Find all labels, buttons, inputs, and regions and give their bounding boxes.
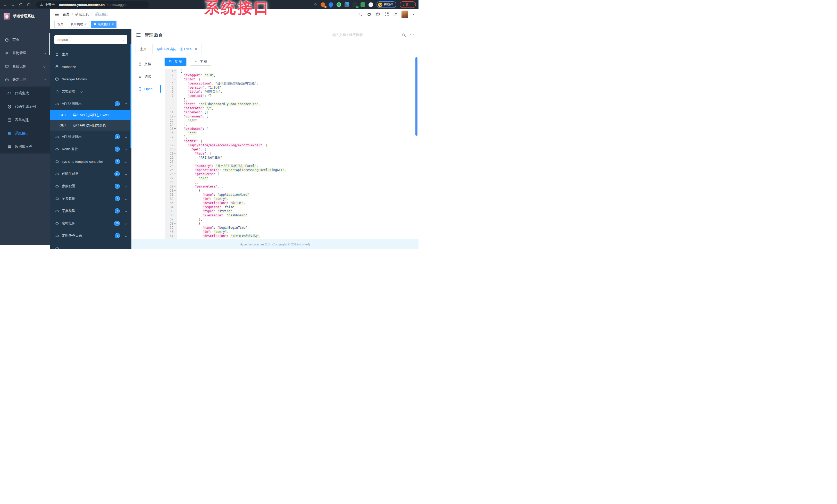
rail-item-debug[interactable]: 调试 [131,70,161,83]
close-tab-icon[interactable]: × [85,22,87,26]
extension-icon-orange[interactable]: 1 [321,2,325,7]
search-icon[interactable] [358,12,362,17]
swagger-menu-redis-monitor[interactable]: Redis 监控2 [50,143,131,155]
swagger-menu-api-error-log[interactable]: API 错误日志3 [50,131,131,143]
swagger-menu-label: 参数配置 [62,184,75,188]
fold-arrow-icon[interactable] [174,79,176,80]
fold-toggle[interactable] [174,128,176,129]
sidebar-item-system-management[interactable]: 系统管理 [0,46,50,60]
reload-icon[interactable] [19,2,23,7]
font-size-icon[interactable]: тT [393,12,397,17]
extension-icon-green-ring[interactable] [337,2,341,7]
rail-item-open[interactable]: Open [131,83,161,95]
fold-arrow-icon[interactable] [174,223,176,224]
swagger-menu-dict-data[interactable]: 字典数据7 [50,192,131,205]
swagger-menu-home[interactable]: 主页 [50,48,131,60]
fold-arrow-icon[interactable] [174,116,176,117]
swagger-menu-scheduled-task-log[interactable]: 定时任务日志4 [50,229,131,242]
browser-menu-icon[interactable]: ⋮ [410,3,413,7]
home-icon[interactable] [26,2,31,7]
swagger-menu-api-access-log[interactable]: API 访问日志2 [50,98,131,110]
fold-toggle[interactable] [174,145,176,146]
fold-arrow-icon[interactable] [174,128,176,129]
address-bar[interactable]: ⚠ 不安全 dashboard.yudao.iocoder.cn/tool/sw… [36,1,149,8]
extension-icon-leaf[interactable] [360,2,365,7]
fold-toggle[interactable] [174,153,176,154]
download-button[interactable]: 下 载 [190,58,212,66]
copy-button[interactable]: 复 制 [165,58,186,66]
api-operation-get-api-access-log-page[interactable]: GET获得API 访问日志分页 [50,120,131,131]
menu-fold-icon[interactable] [136,33,141,37]
extension-icon-paw[interactable] [369,2,373,7]
close-doc-tab-icon[interactable]: ✕ [195,47,197,51]
fold-toggle[interactable] [174,173,176,174]
swagger-menu-scheduled-task[interactable]: 定时任务10 [50,217,131,229]
extension-icon-drop[interactable] [327,1,334,8]
sidebar-subitem-code-generation-example[interactable]: 代码生成示例 [0,100,50,113]
fold-arrow-icon[interactable] [174,141,176,142]
help-icon[interactable] [376,12,380,17]
avatar-caret-icon[interactable] [412,14,414,15]
swagger-menu-code-generator[interactable]: 代码生成器11 [50,168,131,180]
fold-toggle[interactable] [174,186,176,187]
sidebar-item-home[interactable]: 首页 [0,33,50,46]
rail-item-document[interactable]: 文档 [131,58,161,70]
app-tab-home[interactable]: 首页 [54,21,66,28]
swagger-menu-authorize[interactable]: Authorize [50,60,131,73]
page-scrollbar[interactable] [415,57,417,136]
api-operation-export-api-access-log-excel[interactable]: GET导出API 访问日志 Excel [50,110,131,120]
fold-toggle[interactable] [174,71,176,72]
swagger-menu-partial-bottom-item[interactable] [50,242,131,249]
sidebar-item-dev-tools[interactable]: 研发工具 [0,73,50,87]
fold-arrow-icon[interactable] [174,190,176,191]
extension-icon-grid[interactable] [344,2,349,7]
paused-badge[interactable]: 已暂停 [376,1,396,8]
breadcrumb-item[interactable]: 研发工具 [75,12,89,17]
doc-search-input[interactable] [332,32,398,38]
fullscreen-icon[interactable] [385,12,389,17]
fold-toggle[interactable] [174,79,176,80]
app-sidebar-scrollbar[interactable] [49,33,50,55]
fold-arrow-icon[interactable] [174,186,176,187]
sidebar-subitem-form-builder[interactable]: 表单构建 [0,113,50,127]
sidebar-item-infrastructure[interactable]: 基础设施 [0,60,50,73]
swagger-menu-dict-type[interactable]: 字典类型7 [50,205,131,217]
close-tab-icon[interactable]: × [112,22,114,26]
language-toggle[interactable]: 中 [410,33,414,37]
swagger-menu-swagger-models[interactable]: Swagger Models [50,73,131,85]
sidebar-subitem-code-generation[interactable]: 代码生成 [0,87,50,100]
fold-arrow-icon[interactable] [174,173,176,174]
fold-arrow-icon[interactable] [174,149,176,150]
doc-tab-export-api-access-log-excel[interactable]: 导出API 访问日志 Excel✕ [152,44,202,54]
bookmark-star-icon[interactable]: ☆ [314,2,317,7]
code-editor[interactable]: 1234567891011121314151617181920212223242… [165,69,418,239]
sidebar-subitem-system-api[interactable]: 系统接口 [0,127,50,140]
fold-toggle[interactable] [174,141,176,142]
fold-toggle[interactable] [174,116,176,117]
fold-toggle[interactable] [174,190,176,191]
fold-toggle[interactable] [174,149,176,150]
breadcrumb-item[interactable]: 首页 [63,12,70,17]
app-tab-form-builder[interactable]: 表单构建× [68,21,89,28]
doc-search-icon[interactable] [402,33,406,37]
user-avatar[interactable] [402,11,408,18]
back-icon[interactable]: ← [3,2,7,7]
update-button[interactable]: 更新 ⋮ [400,1,416,8]
github-icon[interactable] [367,12,371,17]
sidebar-subitem-database-doc[interactable]: 数据库文档 [0,140,50,153]
fold-arrow-icon[interactable] [174,153,176,154]
swagger-menu-param-config[interactable]: 参数配置7 [50,180,131,192]
fold-arrow-icon[interactable] [174,71,176,72]
fold-toggle[interactable] [174,223,176,224]
extension-icon-dark[interactable]: m [353,2,357,7]
swagger-menu-doc-management[interactable]: 文档管理 [50,85,131,98]
app-tab-system-api[interactable]: 系统接口× [91,21,117,28]
hamburger-icon[interactable] [54,12,59,17]
line-number: 20 [170,147,174,151]
fold-arrow-icon[interactable] [174,145,176,146]
swagger-menu-sys-sms-template-controller[interactable]: sys-sms-template-controller7 [50,155,131,168]
api-group-select[interactable]: default [54,35,127,44]
doc-tab-home[interactable]: 主页 [136,44,151,54]
app-logo-row[interactable]: 芋道管理系统 [0,9,50,23]
forward-icon[interactable]: → [11,2,15,7]
